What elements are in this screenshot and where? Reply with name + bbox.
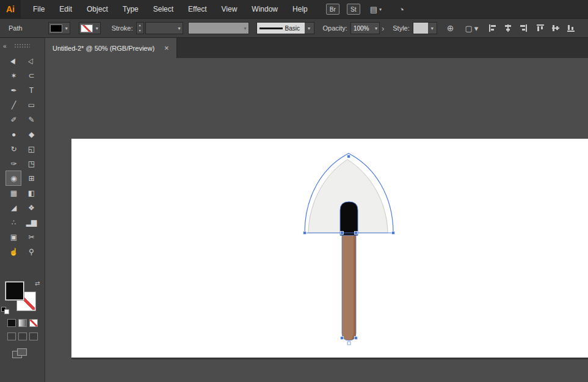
tool-zoom[interactable]: ⚲ — [24, 244, 38, 259]
tool-width[interactable]: ✑ — [6, 156, 21, 171]
tool-free-transform[interactable]: ◳ — [24, 156, 38, 171]
anchor-point[interactable] — [303, 232, 307, 235]
tool-selection[interactable]: ▶ — [4, 51, 23, 70]
opacity-field[interactable]: 100% ▾ — [350, 22, 380, 34]
draw-normal-button[interactable] — [7, 332, 16, 340]
align-right-button[interactable] — [518, 23, 528, 33]
tool-direct-selection[interactable]: ▷ — [21, 51, 41, 70]
align-bottom-button[interactable] — [566, 23, 576, 33]
stroke-label: Stroke: — [112, 24, 133, 32]
tool-artboard[interactable]: ▣ — [6, 230, 21, 244]
tool-lasso[interactable]: ⊂ — [24, 68, 38, 83]
tool-rectangle[interactable]: ▭ — [24, 98, 38, 112]
tool-pen[interactable]: ✒ — [6, 83, 21, 97]
graphic-style-dropdown[interactable]: ▾ — [413, 22, 437, 34]
appbar-button-br[interactable]: Br — [326, 4, 339, 15]
tool-eraser[interactable]: ◆ — [24, 127, 38, 141]
anchor-point[interactable] — [392, 232, 395, 235]
menu-bar: Ai FileEditObjectTypeSelectEffectViewWin… — [0, 0, 588, 18]
workspace-switcher[interactable]: ▤ ▾ — [370, 5, 382, 14]
tool-symbol-sprayer[interactable]: ∴ — [6, 215, 21, 229]
drawing-mode-row — [0, 332, 45, 340]
anchor-point[interactable] — [347, 342, 350, 345]
draw-behind-button[interactable] — [18, 332, 27, 340]
close-icon[interactable]: × — [164, 43, 169, 53]
tool-mesh[interactable]: ▦ — [6, 186, 21, 200]
menu-edit[interactable]: Edit — [52, 0, 79, 18]
align-group-horizontal — [488, 23, 528, 33]
artboard[interactable] — [71, 139, 588, 358]
anchor-point[interactable] — [341, 232, 344, 235]
none-button[interactable] — [29, 319, 38, 327]
menu-window[interactable]: Window — [244, 0, 285, 18]
stroke-weight-stepper[interactable]: ▴ ▾ — [136, 22, 144, 34]
align-left-button[interactable] — [488, 23, 498, 33]
fill-swatch — [50, 24, 62, 32]
menu-file[interactable]: File — [26, 0, 52, 18]
brush-definition-dropdown[interactable]: Basic ▾ — [256, 22, 314, 34]
tool-magic-wand[interactable]: ✶ — [6, 68, 21, 83]
tool-type[interactable]: T — [24, 83, 38, 97]
workspace-icon: ▤ — [370, 5, 377, 14]
collapse-panel-icon[interactable]: « — [3, 43, 7, 50]
tool-blend[interactable]: ❖ — [24, 200, 38, 215]
stepper-down-icon[interactable]: ▾ — [137, 28, 143, 34]
document-tab[interactable]: Untitled-2* @ 50% (RGB/Preview) × — [45, 38, 177, 58]
fill-color-indicator[interactable] — [5, 281, 24, 301]
tool-slice[interactable]: ✂ — [24, 230, 38, 244]
tool-shape-builder[interactable]: ◉ — [6, 171, 21, 185]
shovel-grip-shape[interactable] — [340, 202, 358, 235]
menu-object[interactable]: Object — [79, 0, 115, 18]
shovel-artwork[interactable] — [71, 139, 588, 358]
tools-panel-header: « — [0, 38, 45, 54]
color-button[interactable] — [7, 319, 16, 327]
align-right-icon — [519, 24, 528, 32]
opacity-panel-chevron-icon[interactable]: › — [382, 24, 384, 33]
align-bottom-icon — [567, 24, 575, 32]
globe-icon[interactable]: ⊕ — [447, 23, 454, 33]
tool-scale[interactable]: ◱ — [24, 142, 38, 156]
menu-select[interactable]: Select — [146, 0, 181, 18]
tool-paintbrush[interactable]: ✐ — [6, 112, 21, 127]
document-setup-button[interactable]: ▢ ▾ — [465, 24, 478, 33]
tool-rotate[interactable]: ↻ — [6, 142, 21, 156]
change-screen-mode-button[interactable] — [12, 348, 28, 359]
document-tab-bar: Untitled-2* @ 50% (RGB/Preview) × — [45, 38, 588, 58]
tool-column-graph[interactable]: ▂▆ — [24, 215, 38, 229]
tool-eyedropper[interactable]: ◢ — [6, 200, 21, 215]
tool-pencil[interactable]: ✎ — [24, 112, 38, 127]
brush-caret[interactable]: ▾ — [305, 23, 314, 34]
fill-color-picker[interactable]: ▾ — [48, 22, 70, 34]
fill-stroke-widget: ⇄ — [0, 280, 45, 315]
anchor-point[interactable] — [341, 337, 344, 340]
width-profile-dropdown[interactable]: ▾ — [188, 22, 249, 34]
anchor-point[interactable] — [355, 232, 358, 235]
menu-type[interactable]: Type — [115, 0, 146, 18]
tool-hand[interactable]: ☝ — [6, 244, 21, 259]
canvas-area[interactable] — [45, 58, 588, 382]
anchor-point[interactable] — [355, 337, 358, 340]
gradient-button[interactable] — [18, 319, 27, 327]
tool-line-segment[interactable]: ╱ — [6, 98, 21, 112]
stroke-weight-dropdown[interactable]: ▾ — [145, 22, 183, 34]
anchor-point[interactable] — [347, 155, 350, 158]
panel-grip[interactable] — [14, 43, 30, 48]
swap-fill-stroke-icon[interactable]: ⇄ — [35, 280, 40, 287]
tool-gradient[interactable]: ◧ — [24, 186, 38, 200]
default-fill-stroke-button[interactable] — [1, 307, 10, 314]
tool-perspective-grid[interactable]: ⊞ — [24, 171, 38, 185]
align-middle-vertical-button[interactable] — [551, 23, 561, 33]
menu-effect[interactable]: Effect — [181, 0, 214, 18]
align-center-horizontal-button[interactable] — [503, 23, 513, 33]
align-top-button[interactable] — [535, 23, 545, 33]
cs-live-icon[interactable]: ◔ — [399, 4, 404, 15]
stepper-up-icon[interactable]: ▴ — [137, 23, 143, 28]
stroke-color-picker[interactable]: ▾ — [79, 22, 101, 34]
color-mode-row — [0, 319, 45, 327]
opacity-value: 100% — [354, 25, 369, 32]
menu-view[interactable]: View — [214, 0, 245, 18]
tool-blob-brush[interactable]: ● — [6, 127, 21, 141]
menu-help[interactable]: Help — [285, 0, 315, 18]
appbar-button-st[interactable]: St — [347, 4, 360, 15]
draw-inside-button[interactable] — [29, 332, 38, 340]
